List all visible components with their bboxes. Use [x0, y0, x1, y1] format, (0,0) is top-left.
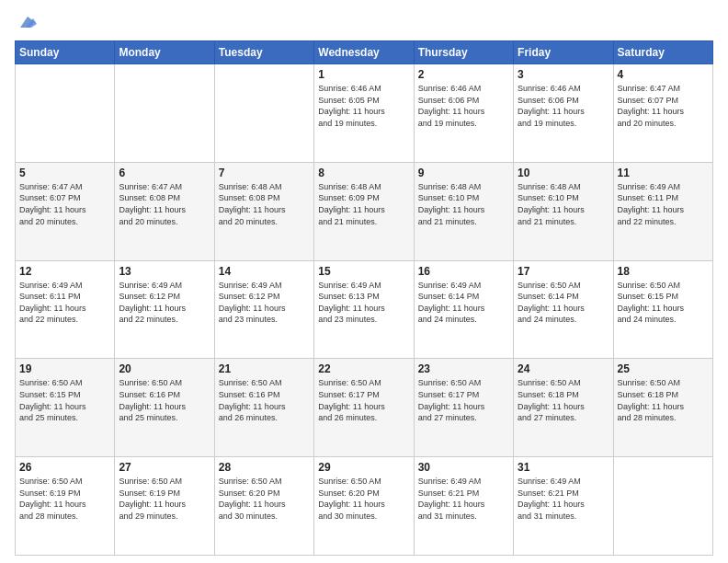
- day-number: 20: [119, 362, 210, 375]
- day-info: Sunrise: 6:50 AMSunset: 6:19 PMDaylight:…: [119, 476, 210, 522]
- day-info: Sunrise: 6:46 AMSunset: 6:06 PMDaylight:…: [418, 83, 509, 129]
- day-number: 26: [19, 461, 110, 474]
- day-number: 24: [518, 362, 609, 375]
- day-number: 11: [618, 167, 709, 179]
- calendar-cell: 24Sunrise: 6:50 AMSunset: 6:18 PMDayligh…: [514, 359, 613, 457]
- day-info: Sunrise: 6:46 AMSunset: 6:06 PMDaylight:…: [518, 83, 609, 129]
- day-info: Sunrise: 6:50 AMSunset: 6:18 PMDaylight:…: [618, 377, 709, 423]
- day-info: Sunrise: 6:46 AMSunset: 6:05 PMDaylight:…: [318, 83, 409, 129]
- week-row-3: 12Sunrise: 6:49 AMSunset: 6:11 PMDayligh…: [16, 260, 713, 359]
- day-number: 12: [19, 265, 110, 278]
- calendar-cell: 13Sunrise: 6:49 AMSunset: 6:12 PMDayligh…: [115, 260, 214, 359]
- calendar-cell: 26Sunrise: 6:50 AMSunset: 6:19 PMDayligh…: [16, 457, 115, 556]
- day-number: 16: [418, 265, 509, 278]
- day-number: 2: [418, 68, 509, 81]
- calendar-cell: 19Sunrise: 6:50 AMSunset: 6:15 PMDayligh…: [16, 359, 115, 457]
- calendar-cell: [214, 64, 313, 163]
- day-info: Sunrise: 6:47 AMSunset: 6:07 PMDaylight:…: [19, 181, 110, 227]
- calendar-table: SundayMondayTuesdayWednesdayThursdayFrid…: [15, 40, 713, 556]
- calendar-cell: 9Sunrise: 6:48 AMSunset: 6:10 PMDaylight…: [414, 162, 513, 260]
- day-info: Sunrise: 6:48 AMSunset: 6:09 PMDaylight:…: [318, 181, 409, 227]
- calendar-cell: 21Sunrise: 6:50 AMSunset: 6:16 PMDayligh…: [214, 359, 313, 457]
- day-number: 10: [518, 167, 609, 179]
- calendar-cell: 8Sunrise: 6:48 AMSunset: 6:09 PMDaylight…: [314, 162, 414, 260]
- day-number: 22: [318, 362, 409, 375]
- header: [15, 11, 713, 33]
- weekday-header-sunday: Sunday: [16, 41, 115, 64]
- calendar-cell: 17Sunrise: 6:50 AMSunset: 6:14 PMDayligh…: [514, 260, 613, 359]
- day-number: 23: [418, 362, 509, 375]
- day-number: 21: [219, 362, 310, 375]
- calendar-cell: 25Sunrise: 6:50 AMSunset: 6:18 PMDayligh…: [613, 359, 712, 457]
- calendar-cell: 28Sunrise: 6:50 AMSunset: 6:20 PMDayligh…: [214, 457, 313, 556]
- calendar-cell: 11Sunrise: 6:49 AMSunset: 6:11 PMDayligh…: [613, 162, 712, 260]
- day-info: Sunrise: 6:49 AMSunset: 6:13 PMDaylight:…: [318, 280, 409, 326]
- day-info: Sunrise: 6:50 AMSunset: 6:15 PMDaylight:…: [19, 377, 110, 423]
- day-info: Sunrise: 6:50 AMSunset: 6:17 PMDaylight:…: [318, 377, 409, 423]
- logo: [15, 11, 39, 33]
- day-number: 31: [518, 461, 609, 474]
- calendar-cell: 12Sunrise: 6:49 AMSunset: 6:11 PMDayligh…: [16, 260, 115, 359]
- calendar-cell: [613, 457, 712, 556]
- calendar-cell: 29Sunrise: 6:50 AMSunset: 6:20 PMDayligh…: [314, 457, 414, 556]
- day-info: Sunrise: 6:49 AMSunset: 6:12 PMDaylight:…: [119, 280, 210, 326]
- calendar-cell: 15Sunrise: 6:49 AMSunset: 6:13 PMDayligh…: [314, 260, 414, 359]
- day-number: 28: [219, 461, 310, 474]
- calendar-cell: 30Sunrise: 6:49 AMSunset: 6:21 PMDayligh…: [414, 457, 513, 556]
- weekday-header-row: SundayMondayTuesdayWednesdayThursdayFrid…: [16, 41, 713, 64]
- day-number: 27: [119, 461, 210, 474]
- day-number: 19: [19, 362, 110, 375]
- day-number: 1: [318, 68, 409, 81]
- calendar-cell: 7Sunrise: 6:48 AMSunset: 6:08 PMDaylight…: [214, 162, 313, 260]
- day-number: 9: [418, 167, 509, 179]
- day-number: 14: [219, 265, 310, 278]
- week-row-4: 19Sunrise: 6:50 AMSunset: 6:15 PMDayligh…: [16, 359, 713, 457]
- day-info: Sunrise: 6:50 AMSunset: 6:16 PMDaylight:…: [219, 377, 310, 423]
- calendar-cell: 6Sunrise: 6:47 AMSunset: 6:08 PMDaylight…: [115, 162, 214, 260]
- weekday-header-tuesday: Tuesday: [214, 41, 313, 64]
- calendar-cell: 22Sunrise: 6:50 AMSunset: 6:17 PMDayligh…: [314, 359, 414, 457]
- calendar-cell: 20Sunrise: 6:50 AMSunset: 6:16 PMDayligh…: [115, 359, 214, 457]
- day-info: Sunrise: 6:49 AMSunset: 6:11 PMDaylight:…: [618, 181, 709, 227]
- calendar-cell: 16Sunrise: 6:49 AMSunset: 6:14 PMDayligh…: [414, 260, 513, 359]
- day-number: 5: [19, 167, 110, 179]
- week-row-2: 5Sunrise: 6:47 AMSunset: 6:07 PMDaylight…: [16, 162, 713, 260]
- day-info: Sunrise: 6:50 AMSunset: 6:20 PMDaylight:…: [318, 476, 409, 522]
- week-row-1: 1Sunrise: 6:46 AMSunset: 6:05 PMDaylight…: [16, 64, 713, 163]
- day-info: Sunrise: 6:50 AMSunset: 6:15 PMDaylight:…: [618, 280, 709, 326]
- day-info: Sunrise: 6:49 AMSunset: 6:12 PMDaylight:…: [219, 280, 310, 326]
- day-number: 3: [518, 68, 609, 81]
- calendar-cell: 18Sunrise: 6:50 AMSunset: 6:15 PMDayligh…: [613, 260, 712, 359]
- day-number: 18: [618, 265, 709, 278]
- day-info: Sunrise: 6:50 AMSunset: 6:16 PMDaylight:…: [119, 377, 210, 423]
- calendar-cell: 10Sunrise: 6:48 AMSunset: 6:10 PMDayligh…: [514, 162, 613, 260]
- day-info: Sunrise: 6:48 AMSunset: 6:10 PMDaylight:…: [518, 181, 609, 227]
- day-number: 13: [119, 265, 210, 278]
- calendar-cell: 23Sunrise: 6:50 AMSunset: 6:17 PMDayligh…: [414, 359, 513, 457]
- day-number: 6: [119, 167, 210, 179]
- day-info: Sunrise: 6:49 AMSunset: 6:11 PMDaylight:…: [19, 280, 110, 326]
- weekday-header-wednesday: Wednesday: [314, 41, 414, 64]
- day-info: Sunrise: 6:48 AMSunset: 6:10 PMDaylight:…: [418, 181, 509, 227]
- weekday-header-saturday: Saturday: [613, 41, 712, 64]
- day-info: Sunrise: 6:49 AMSunset: 6:21 PMDaylight:…: [418, 476, 509, 522]
- day-info: Sunrise: 6:50 AMSunset: 6:14 PMDaylight:…: [518, 280, 609, 326]
- calendar-cell: [115, 64, 214, 163]
- day-info: Sunrise: 6:48 AMSunset: 6:08 PMDaylight:…: [219, 181, 310, 227]
- day-number: 25: [618, 362, 709, 375]
- day-info: Sunrise: 6:49 AMSunset: 6:21 PMDaylight:…: [518, 476, 609, 522]
- calendar-cell: 14Sunrise: 6:49 AMSunset: 6:12 PMDayligh…: [214, 260, 313, 359]
- calendar-cell: 5Sunrise: 6:47 AMSunset: 6:07 PMDaylight…: [16, 162, 115, 260]
- page: SundayMondayTuesdayWednesdayThursdayFrid…: [0, 0, 728, 563]
- day-info: Sunrise: 6:50 AMSunset: 6:19 PMDaylight:…: [19, 476, 110, 522]
- calendar-cell: 31Sunrise: 6:49 AMSunset: 6:21 PMDayligh…: [514, 457, 613, 556]
- weekday-header-monday: Monday: [115, 41, 214, 64]
- day-number: 29: [318, 461, 409, 474]
- day-info: Sunrise: 6:47 AMSunset: 6:08 PMDaylight:…: [119, 181, 210, 227]
- day-info: Sunrise: 6:49 AMSunset: 6:14 PMDaylight:…: [418, 280, 509, 326]
- week-row-5: 26Sunrise: 6:50 AMSunset: 6:19 PMDayligh…: [16, 457, 713, 556]
- logo-icon: [17, 11, 39, 33]
- day-number: 4: [618, 68, 709, 81]
- day-info: Sunrise: 6:47 AMSunset: 6:07 PMDaylight:…: [618, 83, 709, 129]
- weekday-header-friday: Friday: [514, 41, 613, 64]
